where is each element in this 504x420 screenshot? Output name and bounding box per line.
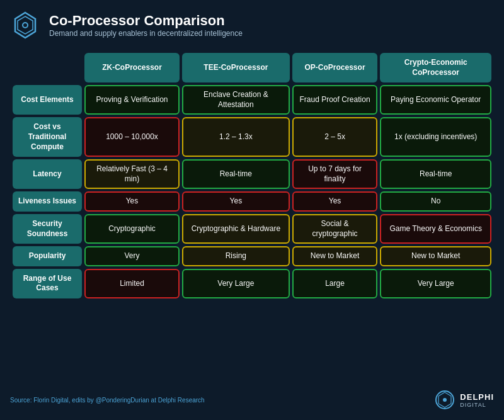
svg-point-2 bbox=[23, 23, 28, 28]
footer: Source: Florin Digital, edits by @Ponder… bbox=[10, 390, 494, 410]
table-row: LatencyRelatively Fast (3 – 4 min)Real-t… bbox=[13, 159, 491, 189]
cell-r5-c1: Rising bbox=[182, 246, 290, 266]
table-row: Liveness IssuesYesYesYesNo bbox=[13, 191, 491, 212]
cell-r1-c1: 1.2 – 1.3x bbox=[182, 117, 290, 157]
cell-r6-c0: Limited bbox=[84, 269, 180, 298]
table-row: Cost vs Traditional Compute1000 – 10,000… bbox=[13, 117, 491, 157]
comparison-table: ZK-CoProcessor TEE-CoProcessor OP-CoProc… bbox=[10, 50, 494, 301]
row-label-4: Security Soundness bbox=[13, 214, 82, 244]
svg-marker-1 bbox=[18, 16, 33, 34]
page-header: Co-Processor Comparison Demand and suppl… bbox=[10, 10, 494, 40]
row-label-2: Latency bbox=[13, 159, 82, 189]
row-label-5: Popularity bbox=[13, 246, 82, 266]
row-label-1: Cost vs Traditional Compute bbox=[13, 117, 82, 157]
cell-r4-c0: Cryptographic bbox=[84, 214, 180, 244]
row-label-3: Liveness Issues bbox=[13, 191, 82, 212]
row-label-6: Range of Use Cases bbox=[13, 269, 82, 298]
cell-r2-c3: Real-time bbox=[380, 159, 491, 189]
cell-r3-c0: Yes bbox=[84, 191, 180, 212]
col-header-op: OP-CoProcessor bbox=[292, 53, 378, 82]
cell-r4-c1: Cryptographic & Hardware bbox=[182, 214, 290, 244]
cell-r6-c3: Very Large bbox=[380, 269, 491, 298]
header-logo-icon bbox=[10, 10, 40, 40]
table-row: PopularityVeryRisingNew to MarketNew to … bbox=[13, 246, 491, 266]
footer-source: Source: Florin Digital, edits by @Ponder… bbox=[10, 397, 205, 404]
cell-r5-c2: New to Market bbox=[292, 246, 378, 266]
cell-r2-c0: Relatively Fast (3 – 4 min) bbox=[84, 159, 180, 189]
brand-sub: DIGITAL bbox=[460, 402, 494, 408]
cell-r6-c2: Large bbox=[292, 269, 378, 298]
cell-r2-c2: Up to 7 days for finality bbox=[292, 159, 378, 189]
delphi-logo-icon bbox=[435, 390, 455, 410]
comparison-table-wrapper: ZK-CoProcessor TEE-CoProcessor OP-CoProc… bbox=[10, 50, 494, 383]
col-header-ce: Crypto-Economic CoProcessor bbox=[380, 53, 491, 82]
table-row: Cost ElementsProving & VerificationEncla… bbox=[13, 85, 491, 115]
svg-point-5 bbox=[443, 398, 447, 402]
page-title: Co-Processor Comparison bbox=[49, 13, 243, 29]
delphi-logo: DELPHI DIGITAL bbox=[435, 390, 494, 410]
cell-r0-c2: Fraud Proof Creation bbox=[292, 85, 378, 115]
page-subtitle: Demand and supply enablers in decentrali… bbox=[49, 29, 243, 38]
corner-cell bbox=[13, 53, 82, 82]
cell-r6-c1: Very Large bbox=[182, 269, 290, 298]
cell-r3-c3: No bbox=[380, 191, 491, 212]
cell-r0-c3: Paying Economic Operator bbox=[380, 85, 491, 115]
cell-r1-c0: 1000 – 10,000x bbox=[84, 117, 180, 157]
cell-r5-c0: Very bbox=[84, 246, 180, 266]
cell-r1-c3: 1x (excluding incentives) bbox=[380, 117, 491, 157]
cell-r5-c3: New to Market bbox=[380, 246, 491, 266]
cell-r3-c1: Yes bbox=[182, 191, 290, 212]
col-header-zk: ZK-CoProcessor bbox=[84, 53, 180, 82]
cell-r0-c1: Enclave Creation & Attestation bbox=[182, 85, 290, 115]
cell-r4-c2: Social & cryptographic bbox=[292, 214, 378, 244]
cell-r3-c2: Yes bbox=[292, 191, 378, 212]
cell-r0-c0: Proving & Verification bbox=[84, 85, 180, 115]
header-text-block: Co-Processor Comparison Demand and suppl… bbox=[49, 13, 243, 38]
brand-name: DELPHI bbox=[460, 392, 494, 402]
table-row: Security SoundnessCryptographicCryptogra… bbox=[13, 214, 491, 244]
cell-r2-c1: Real-time bbox=[182, 159, 290, 189]
table-row: Range of Use CasesLimitedVery LargeLarge… bbox=[13, 269, 491, 298]
col-header-tee: TEE-CoProcessor bbox=[182, 53, 290, 82]
cell-r4-c3: Game Theory & Economics bbox=[380, 214, 491, 244]
row-label-0: Cost Elements bbox=[13, 85, 82, 115]
cell-r1-c2: 2 – 5x bbox=[292, 117, 378, 157]
